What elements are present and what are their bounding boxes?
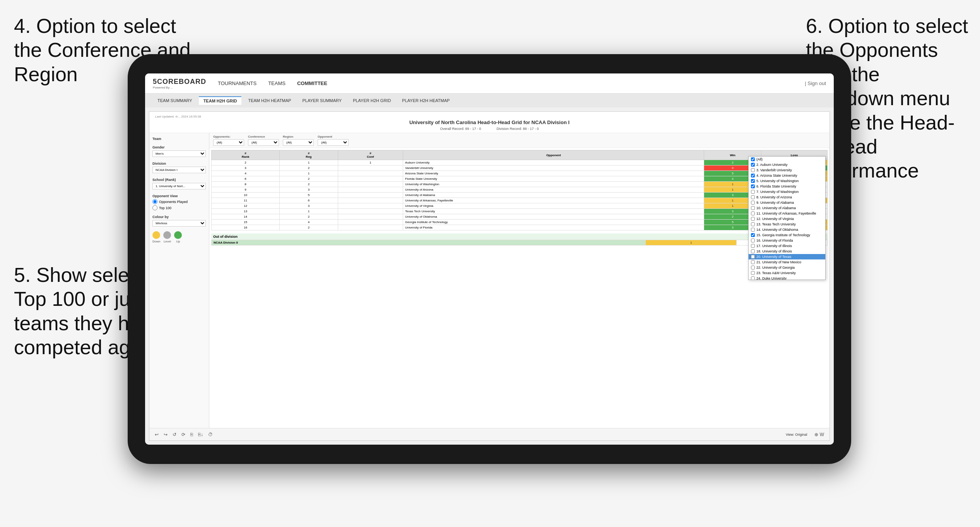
- dropdown-item[interactable]: 11. University of Arkansas, Fayetteville: [749, 211, 825, 216]
- opponent-filter-group: Opponent (All): [318, 135, 349, 146]
- legend-down-label: Down: [152, 240, 160, 243]
- top100-radio[interactable]: Top 100: [152, 205, 206, 210]
- toolbar-copy[interactable]: ⎘: [189, 431, 195, 438]
- dropdown-item[interactable]: 9. University of Alabama: [749, 200, 825, 205]
- dropdown-item[interactable]: 7. University of Washington: [749, 189, 825, 194]
- dropdown-item[interactable]: (All): [749, 157, 825, 162]
- legend-down: Down: [152, 231, 160, 243]
- nav-sign-out[interactable]: | Sign out: [805, 80, 826, 86]
- toolbar-clock[interactable]: ⏱: [207, 431, 214, 438]
- opponent-filter-select[interactable]: (All): [318, 139, 349, 146]
- toolbar-paste[interactable]: ⎘↓: [197, 431, 205, 438]
- legend-dot-up: [174, 231, 182, 239]
- conf-cell: [338, 220, 403, 225]
- opponent-cell: Arizona State University: [403, 171, 704, 176]
- region-filter-select[interactable]: (All): [283, 139, 314, 146]
- table-row: 4 1 Arizona State University 5 1: [212, 171, 828, 176]
- opponent-cell: University of Oklahoma: [403, 214, 704, 220]
- table-row: 8 2 University of Washington 1 0: [212, 182, 828, 187]
- col-rank: #Rank: [212, 150, 280, 160]
- nav-committee[interactable]: COMMITTEE: [297, 78, 327, 88]
- filter-row: Opponents: (All) Conference (All): [209, 133, 829, 148]
- gender-select[interactable]: Men's: [152, 150, 206, 157]
- table-row: 6 2 Florida State University 4 2: [212, 176, 828, 182]
- toolbar-refresh[interactable]: ⟳: [180, 431, 187, 438]
- toolbar-redo[interactable]: ↪: [162, 431, 169, 438]
- school-select[interactable]: 1. University of Nort...: [152, 183, 206, 189]
- dropdown-item[interactable]: 8. University of Arizona: [749, 194, 825, 200]
- opponents-filter-select[interactable]: (All): [213, 139, 244, 146]
- opponent-view-label: Opponent View: [152, 194, 206, 198]
- sub-nav: TEAM SUMMARY TEAM H2H GRID TEAM H2H HEAT…: [145, 94, 834, 107]
- tab-player-h2h-heatmap[interactable]: PLAYER H2H HEATMAP: [397, 97, 454, 104]
- reg-cell: 6: [280, 198, 338, 203]
- nav-bar: 5COREBOARD Powered By ... TOURNAMENTS TE…: [145, 73, 834, 94]
- tab-team-h2h-grid[interactable]: TEAM H2H GRID: [199, 96, 242, 105]
- dropdown-item[interactable]: 15. Georgia Institute of Technology: [749, 232, 825, 238]
- dropdown-item[interactable]: 12. University of Virginia: [749, 216, 825, 222]
- report-body: Team Gender Men's Division NCAA Division…: [149, 133, 829, 428]
- conf-cell: [338, 171, 403, 176]
- rank-cell: 8: [212, 182, 280, 187]
- dropdown-item[interactable]: 6. Florida State University: [749, 184, 825, 189]
- nav-links: TOURNAMENTS TEAMS COMMITTEE: [218, 78, 805, 88]
- report-title: University of North Carolina Head-to-Hea…: [409, 119, 570, 125]
- tablet: 5COREBOARD Powered By ... TOURNAMENTS TE…: [128, 54, 851, 464]
- nav-teams[interactable]: TEAMS: [268, 78, 286, 88]
- conference-filter-group: Conference (All): [248, 135, 279, 146]
- conf-cell: [338, 209, 403, 214]
- colour-section: Colour by Win/loss: [152, 215, 206, 227]
- opponent-view-radios: Opponents Played Top 100: [152, 199, 206, 210]
- tab-player-h2h-grid[interactable]: PLAYER H2H GRID: [348, 97, 395, 104]
- division-select[interactable]: NCAA Division I: [152, 167, 206, 173]
- dropdown-item[interactable]: 22. University of Georgia: [749, 265, 825, 270]
- toolbar-zoom[interactable]: ⊕ W: [813, 431, 826, 438]
- opponent-cell: Florida State University: [403, 176, 704, 182]
- dropdown-item[interactable]: 10. University of Alabama: [749, 205, 825, 211]
- opponent-dropdown[interactable]: (All) 2. Auburn University 3. Vanderbilt…: [748, 156, 826, 280]
- toolbar-reset[interactable]: ↺: [171, 431, 178, 438]
- school-label: School (Rank): [152, 178, 206, 182]
- dropdown-item[interactable]: 2. Auburn University: [749, 162, 825, 167]
- legend-dot-level: [163, 231, 171, 239]
- dropdown-item[interactable]: 13. Texas Tech University: [749, 222, 825, 227]
- conference-filter-select[interactable]: (All): [248, 139, 279, 146]
- reg-cell: 1: [280, 160, 338, 165]
- toolbar-undo[interactable]: ↩: [153, 431, 160, 438]
- colour-label: Colour by: [152, 215, 206, 219]
- table-row: 12 3 University of Virginia 1 0: [212, 203, 828, 209]
- opponent-cell: Auburn University: [403, 160, 704, 165]
- opponents-played-radio[interactable]: Opponents Played: [152, 199, 206, 204]
- out-division-table: NCAA Division II 1 0: [211, 240, 828, 246]
- dropdown-item[interactable]: 24. Duke University: [749, 276, 825, 280]
- dropdown-item[interactable]: 20. University of Texas: [749, 254, 825, 259]
- dropdown-item[interactable]: 16. University of Florida: [749, 238, 825, 243]
- table-row: NCAA Division II 1 0: [212, 240, 828, 246]
- rank-cell: 15: [212, 220, 280, 225]
- colour-select[interactable]: Win/loss: [152, 220, 206, 227]
- tab-player-summary[interactable]: PLAYER SUMMARY: [298, 97, 346, 104]
- opponent-cell: University of Arkansas, Fayetteville: [403, 198, 704, 203]
- out-division-section: Out of division NCAA Division II 1 0: [211, 234, 828, 246]
- dropdown-item[interactable]: 17. University of Illinois: [749, 243, 825, 249]
- dropdown-item[interactable]: 5. University of Washington: [749, 178, 825, 184]
- nav-tournaments[interactable]: TOURNAMENTS: [218, 78, 257, 88]
- reg-cell: 2: [280, 176, 338, 182]
- reg-cell: 2: [280, 214, 338, 220]
- col-reg: #Reg: [280, 150, 338, 160]
- logo-text: 5COREBOARD: [153, 78, 206, 86]
- dropdown-item[interactable]: 18. University of Illinois: [749, 249, 825, 254]
- legend-level: Level: [163, 231, 171, 243]
- rank-cell: 10: [212, 193, 280, 198]
- reg-cell: 4: [280, 220, 338, 225]
- legend-dot-down: [152, 231, 160, 239]
- tab-team-summary[interactable]: TEAM SUMMARY: [153, 97, 197, 104]
- tab-team-h2h-heatmap[interactable]: TEAM H2H HEATMAP: [243, 97, 296, 104]
- dropdown-item[interactable]: 3. Vanderbilt University: [749, 167, 825, 173]
- dropdown-item[interactable]: 14. University of Oklahoma: [749, 227, 825, 232]
- dropdown-item[interactable]: 21. University of New Mexico: [749, 259, 825, 265]
- dropdown-item[interactable]: 4. Arizona State University: [749, 173, 825, 178]
- data-table-wrapper: #Rank #Reg #Conf Opponent Win Loss: [209, 148, 829, 428]
- top100-label: Top 100: [159, 206, 171, 210]
- dropdown-item[interactable]: 23. Texas A&M University: [749, 270, 825, 276]
